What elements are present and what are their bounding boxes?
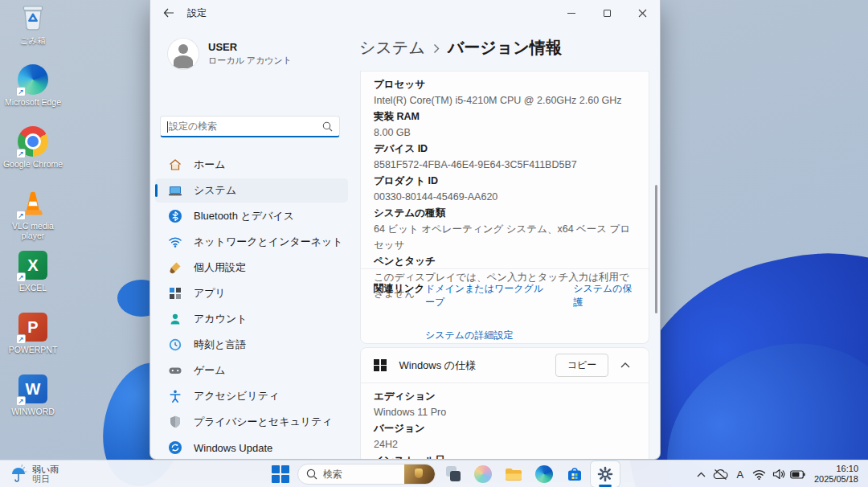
link-domain-workgroup[interactable]: ドメインまたはワークグループ bbox=[425, 282, 551, 309]
sidebar-item-network-internet[interactable]: ネットワークとインターネット bbox=[155, 230, 348, 254]
clock-icon bbox=[168, 338, 182, 352]
gear-icon bbox=[596, 465, 614, 483]
text-caret bbox=[167, 121, 168, 133]
device-specs-card: プロセッサIntel(R) Core(TM) i5-4210M CPU @ 2.… bbox=[360, 71, 649, 344]
taskbar-clock[interactable]: 16:10 2025/05/18 bbox=[814, 464, 865, 485]
shortcut-arrow-icon: ↗ bbox=[16, 334, 26, 344]
vlc-icon: ↗ bbox=[17, 187, 49, 219]
chevron-up-icon[interactable] bbox=[613, 354, 637, 377]
desktop-icon-chrome[interactable]: ↗ Google Chrome bbox=[2, 125, 64, 187]
accessibility-icon bbox=[168, 389, 182, 403]
close-icon bbox=[638, 9, 647, 18]
search-icon bbox=[322, 121, 333, 132]
page-title: バージョン情報 bbox=[448, 37, 562, 59]
desktop-icon-label: WINWORD bbox=[11, 407, 55, 416]
system-icon bbox=[168, 183, 182, 198]
minimize-button[interactable] bbox=[554, 0, 589, 26]
user-account-row[interactable]: USER ローカル アカウント bbox=[168, 39, 354, 69]
start-button[interactable] bbox=[265, 460, 296, 487]
desktop-icon-recycle-bin[interactable]: ごみ箱 bbox=[2, 2, 64, 63]
folder-icon bbox=[505, 467, 522, 481]
desktop-icon-excel[interactable]: X ↗ EXCEL bbox=[2, 249, 64, 311]
chrome-icon: ↗ bbox=[17, 125, 49, 158]
settings-sidebar: USER ローカル アカウント ホーム システム bbox=[150, 26, 354, 459]
windows-spec-header[interactable]: Windows の仕様 コピー bbox=[361, 348, 649, 383]
sidebar-item-personalization[interactable]: 個人用設定 bbox=[155, 256, 348, 280]
windows-start-icon bbox=[272, 465, 289, 483]
sidebar-item-windows-update[interactable]: Windows Update bbox=[155, 436, 348, 460]
volume-tray-icon[interactable] bbox=[769, 460, 788, 487]
tray-chevron-button[interactable] bbox=[692, 460, 711, 487]
settings-window: 設定 USER ローカル アカウント bbox=[149, 0, 661, 460]
gamepad-icon bbox=[168, 363, 182, 378]
settings-search-input[interactable] bbox=[161, 121, 322, 132]
accounts-icon bbox=[168, 312, 182, 326]
desktop-icon-label: ごみ箱 bbox=[20, 35, 46, 45]
sidebar-item-system[interactable]: システム bbox=[155, 178, 348, 203]
onedrive-tray-icon[interactable] bbox=[711, 460, 731, 487]
battery-icon bbox=[790, 470, 805, 479]
wifi-icon bbox=[752, 469, 766, 480]
avatar bbox=[168, 39, 199, 69]
edge-icon: ↗ bbox=[17, 63, 49, 96]
chevron-up-icon bbox=[697, 472, 706, 477]
link-system-protection[interactable]: システムの保護 bbox=[573, 282, 636, 309]
shortcut-arrow-icon: ↗ bbox=[16, 211, 26, 220]
copy-button[interactable]: コピー bbox=[555, 354, 608, 377]
weather-condition: 弱い雨 bbox=[32, 464, 59, 474]
search-highlight-image[interactable] bbox=[404, 464, 435, 485]
sidebar-item-accounts[interactable]: アカウント bbox=[155, 307, 348, 331]
search-icon bbox=[306, 469, 317, 480]
shield-icon bbox=[168, 415, 182, 429]
spec-row: 実装 RAM8.00 GB bbox=[374, 108, 636, 141]
shortcut-arrow-icon: ↗ bbox=[16, 272, 26, 282]
weather-widget[interactable]: 弱い雨 明日 bbox=[5, 462, 63, 486]
copilot-icon bbox=[474, 465, 492, 483]
back-button[interactable] bbox=[157, 3, 181, 23]
close-button[interactable] bbox=[624, 0, 660, 26]
wifi-tray-icon[interactable] bbox=[750, 460, 769, 487]
sidebar-item-time-language[interactable]: 時刻と言語 bbox=[155, 333, 348, 357]
sidebar-item-bluetooth-devices[interactable]: Bluetooth とデバイス bbox=[155, 204, 348, 228]
desktop: ごみ箱 ↗ Microsoft Edge ↗ Google Chrome bbox=[0, 0, 868, 487]
settings-search-box[interactable] bbox=[160, 116, 340, 137]
content-scrollbar[interactable] bbox=[655, 185, 657, 313]
spec-row: エディションWindows 11 Pro bbox=[374, 388, 636, 420]
desktop-icon-label: Google Chrome bbox=[3, 159, 63, 169]
desktop-icon-edge[interactable]: ↗ Microsoft Edge bbox=[2, 63, 64, 125]
sidebar-item-privacy-security[interactable]: プライバシーとセキュリティ bbox=[155, 410, 348, 434]
store-button[interactable] bbox=[559, 460, 590, 487]
sidebar-item-apps[interactable]: アプリ bbox=[155, 281, 348, 305]
link-advanced-system-settings[interactable]: システムの詳細設定 bbox=[425, 329, 513, 342]
ime-mode-indicator[interactable]: A bbox=[731, 460, 750, 487]
desktop-icon-label: POWERPNT bbox=[9, 345, 58, 354]
spec-row: プロセッサIntel(R) Core(TM) i5-4210M CPU @ 2.… bbox=[374, 76, 636, 108]
windows-spec-title: Windows の仕様 bbox=[399, 358, 477, 373]
maximize-button[interactable] bbox=[589, 0, 624, 26]
update-icon bbox=[168, 440, 182, 455]
file-explorer-button[interactable] bbox=[498, 460, 529, 487]
desktop-icon-word[interactable]: W ↗ WINWORD bbox=[2, 373, 64, 435]
word-icon: W ↗ bbox=[17, 373, 49, 405]
edge-button[interactable] bbox=[529, 460, 559, 487]
window-title: 設定 bbox=[187, 6, 207, 20]
sidebar-item-home[interactable]: ホーム bbox=[155, 153, 348, 177]
window-titlebar: 設定 bbox=[150, 0, 660, 26]
battery-tray-icon[interactable] bbox=[788, 460, 808, 487]
sidebar-item-gaming[interactable]: ゲーム bbox=[155, 358, 348, 383]
minimize-icon bbox=[567, 13, 575, 14]
taskbar-search-box[interactable]: 検索 bbox=[297, 464, 436, 485]
breadcrumb-parent[interactable]: システム bbox=[359, 37, 425, 59]
sidebar-item-accessibility[interactable]: アクセシビリティ bbox=[155, 384, 348, 408]
apps-icon bbox=[168, 286, 182, 301]
umbrella-rain-icon bbox=[10, 464, 27, 484]
weather-when: 明日 bbox=[32, 474, 59, 484]
user-account-type: ローカル アカウント bbox=[208, 55, 292, 67]
desktop-icon-vlc[interactable]: ↗ VLC media player bbox=[2, 187, 64, 249]
task-view-button[interactable] bbox=[437, 460, 468, 487]
settings-taskbar-button[interactable] bbox=[590, 460, 620, 487]
desktop-icon-powerpoint[interactable]: P ↗ POWERPNT bbox=[2, 311, 64, 373]
copilot-button[interactable] bbox=[468, 460, 498, 487]
speaker-icon bbox=[772, 469, 785, 480]
desktop-icon-label: Microsoft Edge bbox=[5, 97, 61, 107]
